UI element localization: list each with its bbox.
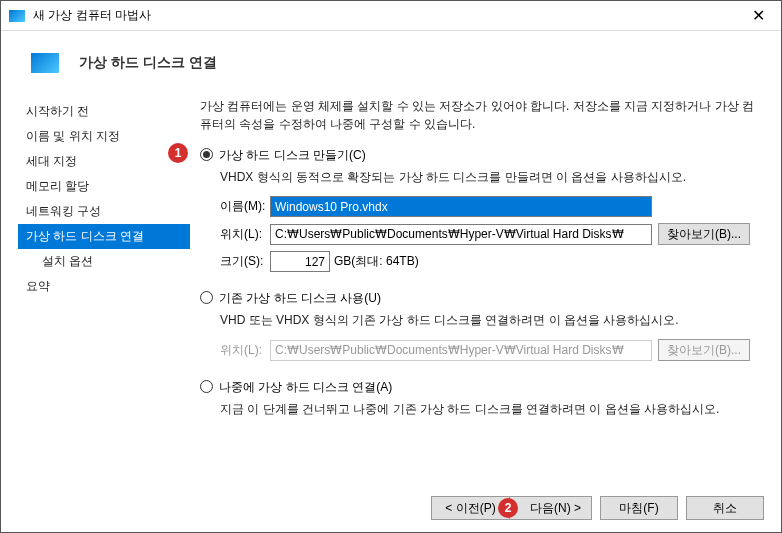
- footer-buttons: < 이전(P) 2 다음(N) > 마침(F) 취소: [431, 496, 764, 520]
- option-create-desc: VHDX 형식의 동적으로 확장되는 가상 하드 디스크를 만들려면 이 옵션을…: [220, 169, 764, 186]
- radio-existing-vhd[interactable]: [200, 291, 213, 304]
- page-title: 가상 하드 디스크 연결: [79, 54, 217, 72]
- option-create-vhd: 가상 하드 디스크 만들기(C) VHDX 형식의 동적으로 확장되는 가상 하…: [200, 147, 764, 272]
- step-networking[interactable]: 네트워킹 구성: [18, 199, 190, 224]
- vhd-name-input[interactable]: [270, 196, 652, 217]
- existing-browse-button: 찾아보기(B)...: [658, 339, 750, 361]
- vhd-location-input[interactable]: [270, 224, 652, 245]
- app-icon: [9, 10, 25, 22]
- vhd-size-input[interactable]: [270, 251, 330, 272]
- radio-later-vhd[interactable]: [200, 380, 213, 393]
- option-later-vhd: 나중에 가상 하드 디스크 연결(A) 지금 이 단계를 건너뛰고 나중에 기존…: [200, 379, 764, 418]
- step-generation[interactable]: 세대 지정: [18, 149, 190, 174]
- titlebar: 새 가상 컴퓨터 마법사 ✕: [1, 1, 781, 31]
- wizard-steps: 시작하기 전 이름 및 위치 지정 세대 지정 메모리 할당 네트워킹 구성 가…: [18, 91, 190, 471]
- step-memory[interactable]: 메모리 할당: [18, 174, 190, 199]
- close-button[interactable]: ✕: [735, 1, 781, 31]
- option-later-label: 나중에 가상 하드 디스크 연결(A): [219, 379, 392, 396]
- main-panel: 가상 컴퓨터에는 운영 체제를 설치할 수 있는 저장소가 있어야 합니다. 저…: [190, 91, 764, 471]
- location-label: 위치(L):: [220, 226, 270, 243]
- browse-button[interactable]: 찾아보기(B)...: [658, 223, 750, 245]
- step-before-start[interactable]: 시작하기 전: [18, 99, 190, 124]
- step-install-options[interactable]: 설치 옵션: [18, 249, 190, 274]
- option-existing-vhd: 기존 가상 하드 디스크 사용(U) VHD 또는 VHDX 형식의 기존 가상…: [200, 290, 764, 361]
- annotation-marker-2: 2: [498, 498, 518, 518]
- option-existing-desc: VHD 또는 VHDX 형식의 기존 가상 하드 디스크를 연결하려면 이 옵션…: [220, 312, 764, 329]
- existing-location-label: 위치(L):: [220, 342, 270, 359]
- annotation-marker-1: 1: [168, 143, 188, 163]
- size-label: 크기(S):: [220, 253, 270, 270]
- name-label: 이름(M):: [220, 198, 270, 215]
- size-unit: GB(최대: 64TB): [334, 253, 419, 270]
- next-button-label: 다음(N) >: [530, 501, 581, 515]
- header-icon: [31, 53, 59, 73]
- cancel-button[interactable]: 취소: [686, 496, 764, 520]
- option-create-label: 가상 하드 디스크 만들기(C): [219, 147, 366, 164]
- content-area: 시작하기 전 이름 및 위치 지정 세대 지정 메모리 할당 네트워킹 구성 가…: [1, 91, 781, 471]
- titlebar-text: 새 가상 컴퓨터 마법사: [33, 7, 735, 24]
- option-existing-label: 기존 가상 하드 디스크 사용(U): [219, 290, 381, 307]
- step-vhd-connect[interactable]: 가상 하드 디스크 연결: [18, 224, 190, 249]
- finish-button[interactable]: 마침(F): [600, 496, 678, 520]
- wizard-window: 새 가상 컴퓨터 마법사 ✕ 가상 하드 디스크 연결 시작하기 전 이름 및 …: [0, 0, 782, 533]
- page-header: 가상 하드 디스크 연결: [1, 31, 781, 91]
- step-name-location[interactable]: 이름 및 위치 지정: [18, 124, 190, 149]
- next-button[interactable]: 2 다음(N) >: [509, 496, 592, 520]
- radio-create-vhd[interactable]: [200, 148, 213, 161]
- existing-location-input: [270, 340, 652, 361]
- option-later-desc: 지금 이 단계를 건너뛰고 나중에 기존 가상 하드 디스크를 연결하려면 이 …: [220, 401, 764, 418]
- step-summary[interactable]: 요약: [18, 274, 190, 299]
- page-description: 가상 컴퓨터에는 운영 체제를 설치할 수 있는 저장소가 있어야 합니다. 저…: [200, 97, 764, 133]
